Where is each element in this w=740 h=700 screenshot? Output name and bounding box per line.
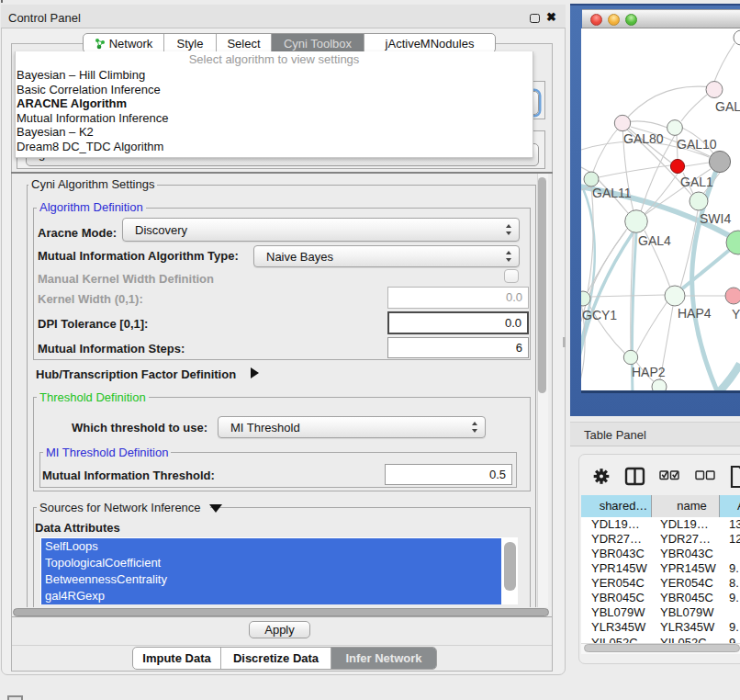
svg-text:GAL2: GAL2 (715, 99, 740, 114)
svg-text:HAP2: HAP2 (632, 365, 666, 379)
svg-text:GAL4: GAL4 (638, 233, 671, 248)
svg-text:HAP4: HAP4 (678, 306, 712, 321)
svg-text:GAL10: GAL10 (677, 137, 717, 152)
svg-text:GCY1: GCY1 (582, 308, 617, 322)
svg-text:Y: Y (732, 307, 740, 322)
svg-text:SWI4: SWI4 (700, 211, 731, 226)
svg-text:GAL1: GAL1 (680, 175, 713, 189)
svg-text:GAL80: GAL80 (623, 131, 664, 146)
svg-text:GAL11: GAL11 (592, 186, 632, 200)
